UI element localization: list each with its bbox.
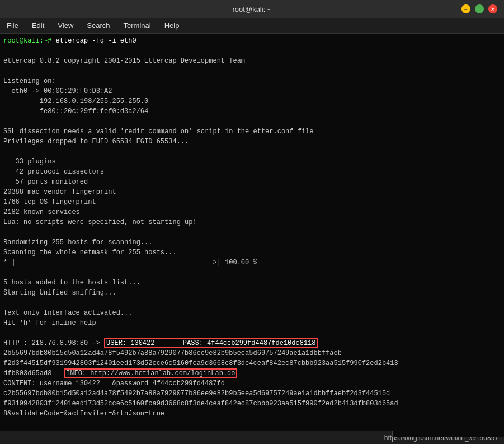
term-mac: 20388 mac vendor fingerprint [3, 187, 501, 197]
term-hash-2: f2d3f44515df9319942803f12401eed173d52cce… [3, 358, 501, 368]
menu-bar: File Edit View Search Terminal Help [0, 18, 504, 34]
term-scan: Scanning the whole netmask for 255 hosts… [3, 247, 501, 258]
info-url-highlight: INFO: http://www.hetianlab.com/loginLab.… [64, 368, 237, 378]
term-content-4: 8&validateCode=&actInviter=&rtnJson=true [3, 409, 501, 419]
term-eth0: eth0 -> 00:0C:29:F0:D3:A2 [3, 86, 501, 96]
menu-help[interactable]: Help [162, 20, 182, 31]
term-blank-8 [3, 328, 501, 338]
term-sniff: Starting Unified sniffing... [3, 288, 501, 298]
close-button[interactable]: ✕ [488, 4, 497, 13]
term-tcp: 1766 tcp OS fingerprint [3, 197, 501, 207]
term-hash-1: 2b55697bdb80b15d50a12ad4a78f5492b7a88a79… [3, 348, 501, 358]
term-ipv6: fe80::20c:29ff:fef0:d3a2/64 [3, 106, 501, 116]
window-controls: − □ ✕ [461, 4, 497, 13]
terminal-prompt-line: root@kali:~# ettercap -Tq -i eth0 [3, 36, 501, 46]
term-hosts: 5 hosts added to the hosts list... [3, 278, 501, 288]
term-ettercap-version: ettercap 0.8.2 copyright 2001-2015 Etter… [3, 56, 501, 66]
maximize-button[interactable]: □ [475, 4, 484, 13]
term-text-iface: Text only Interface activated... [3, 308, 501, 318]
term-content-2: c2b55697bdb80b15d50a12ad4a78f5492b7a88a7… [3, 389, 501, 399]
term-priv: Privileges dropped to EUID 65534 EGID 65… [3, 137, 501, 147]
term-dissectors: 42 protocol dissectors [3, 167, 501, 177]
term-hash-3: dfb803d65ad8 INFO: http://www.hetianlab.… [3, 368, 501, 378]
menu-terminal[interactable]: Terminal [121, 20, 153, 31]
command-text: ettercap -Tq -i eth0 [51, 37, 136, 45]
term-blank-7 [3, 298, 501, 308]
term-help: Hit 'h' for inline help [3, 318, 501, 328]
term-listening: Listening on: [3, 76, 501, 86]
term-content-1: CONTENT: username=130422 &password=4f44c… [3, 378, 501, 389]
term-ports: 57 ports monitored [3, 177, 501, 187]
main-terminal: root@kali:~# ettercap -Tq -i eth0 etterc… [0, 34, 504, 431]
menu-file[interactable]: File [4, 20, 21, 31]
term-blank-5 [3, 227, 501, 237]
minimize-button[interactable]: − [461, 4, 470, 13]
menu-search[interactable]: Search [84, 20, 112, 31]
term-blank-2 [3, 66, 501, 76]
window-title: root@kali: ~ [233, 5, 272, 13]
term-blank-6 [3, 268, 501, 278]
term-plugins: 33 plugins [3, 157, 501, 167]
menu-view[interactable]: View [55, 20, 76, 31]
prompt-text: root@kali:~# [3, 37, 51, 45]
term-services: 2182 known services [3, 207, 501, 217]
term-rand: Randomizing 255 hosts for scanning... [3, 237, 501, 247]
term-ip: 192.168.0.198/255.255.255.0 [3, 96, 501, 106]
term-lua: Lua: no scripts were specified, not star… [3, 217, 501, 227]
term-progress: * |=====================================… [3, 258, 501, 268]
term-ssl: SSL dissection needs a valid 'redir_comm… [3, 127, 501, 137]
term-blank-3 [3, 116, 501, 127]
term-content-3: f9319942803f12401eed173d52cce6c5160fca9d… [3, 399, 501, 409]
menu-edit[interactable]: Edit [30, 20, 46, 31]
user-pass-highlight: USER: 130422 PASS: 4f44ccb299fd4487fde10… [104, 338, 318, 348]
title-bar: root@kali: ~ − □ ✕ [0, 0, 504, 18]
term-http-line: HTTP : 218.76.8.98:80 -> USER: 130422 PA… [3, 338, 501, 348]
term-blank-4 [3, 147, 501, 157]
term-blank-1 [3, 46, 501, 56]
